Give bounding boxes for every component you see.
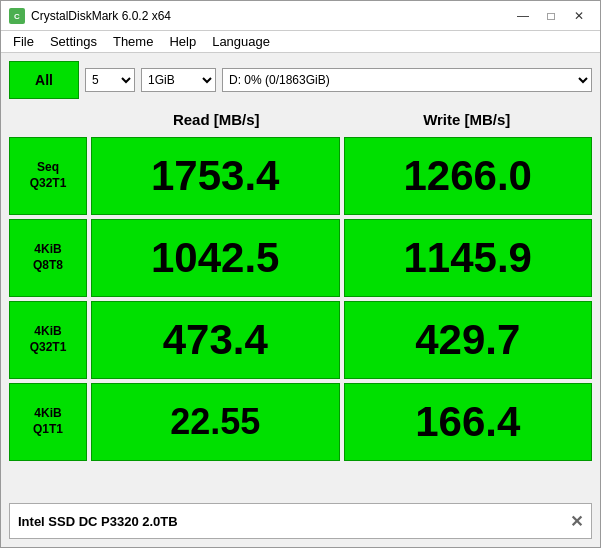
row-label-text: 4KiBQ8T8 xyxy=(33,242,63,273)
data-table: Read [MB/s] Write [MB/s] SeqQ32T1 1753.4… xyxy=(9,105,592,497)
table-row: 4KiBQ8T8 1042.5 1145.9 xyxy=(9,219,592,297)
cell-4kib-q1t1-write: 166.4 xyxy=(344,383,593,461)
status-clear-button[interactable]: ✕ xyxy=(570,512,583,531)
count-select[interactable]: 1 3 5 10 xyxy=(85,68,135,92)
row-label-4kib-q32t1: 4KiBQ32T1 xyxy=(9,301,87,379)
row-label-4kib-q8t8: 4KiBQ8T8 xyxy=(9,219,87,297)
menu-theme[interactable]: Theme xyxy=(105,32,161,51)
controls-row: All 1 3 5 10 512MiB 1GiB 2GiB 4GiB D: 0%… xyxy=(9,61,592,99)
maximize-button[interactable]: □ xyxy=(538,6,564,26)
cell-4kib-q8t8-write: 1145.9 xyxy=(344,219,593,297)
header-write: Write [MB/s] xyxy=(342,111,593,128)
table-header: Read [MB/s] Write [MB/s] xyxy=(9,105,592,133)
status-text: Intel SSD DC P3320 2.0TB xyxy=(18,514,178,529)
cell-4kib-q32t1-write: 429.7 xyxy=(344,301,593,379)
minimize-button[interactable]: — xyxy=(510,6,536,26)
table-row: 4KiBQ1T1 22.55 166.4 xyxy=(9,383,592,461)
row-label-text: SeqQ32T1 xyxy=(30,160,67,191)
cell-4kib-q8t8-read: 1042.5 xyxy=(91,219,340,297)
table-row: 4KiBQ32T1 473.4 429.7 xyxy=(9,301,592,379)
svg-text:C: C xyxy=(14,12,20,21)
size-select[interactable]: 512MiB 1GiB 2GiB 4GiB xyxy=(141,68,216,92)
row-label-text: 4KiBQ1T1 xyxy=(33,406,63,437)
main-content: All 1 3 5 10 512MiB 1GiB 2GiB 4GiB D: 0%… xyxy=(1,53,600,547)
cell-seq-q32t1-write: 1266.0 xyxy=(344,137,593,215)
row-label-4kib-q1t1: 4KiBQ1T1 xyxy=(9,383,87,461)
table-row: SeqQ32T1 1753.4 1266.0 xyxy=(9,137,592,215)
close-button[interactable]: ✕ xyxy=(566,6,592,26)
main-window: C CrystalDiskMark 6.0.2 x64 — □ ✕ File S… xyxy=(0,0,601,548)
menu-language[interactable]: Language xyxy=(204,32,278,51)
header-read: Read [MB/s] xyxy=(91,111,342,128)
all-button[interactable]: All xyxy=(9,61,79,99)
menu-bar: File Settings Theme Help Language xyxy=(1,31,600,53)
menu-settings[interactable]: Settings xyxy=(42,32,105,51)
window-title: CrystalDiskMark 6.0.2 x64 xyxy=(31,9,510,23)
title-bar: C CrystalDiskMark 6.0.2 x64 — □ ✕ xyxy=(1,1,600,31)
row-label-text: 4KiBQ32T1 xyxy=(30,324,67,355)
row-label-seq-q32t1: SeqQ32T1 xyxy=(9,137,87,215)
status-bar: Intel SSD DC P3320 2.0TB ✕ xyxy=(9,503,592,539)
drive-select[interactable]: D: 0% (0/1863GiB) xyxy=(222,68,592,92)
window-controls: — □ ✕ xyxy=(510,6,592,26)
menu-file[interactable]: File xyxy=(5,32,42,51)
cell-4kib-q1t1-read: 22.55 xyxy=(91,383,340,461)
cell-seq-q32t1-read: 1753.4 xyxy=(91,137,340,215)
menu-help[interactable]: Help xyxy=(161,32,204,51)
cell-4kib-q32t1-read: 473.4 xyxy=(91,301,340,379)
app-icon: C xyxy=(9,8,25,24)
